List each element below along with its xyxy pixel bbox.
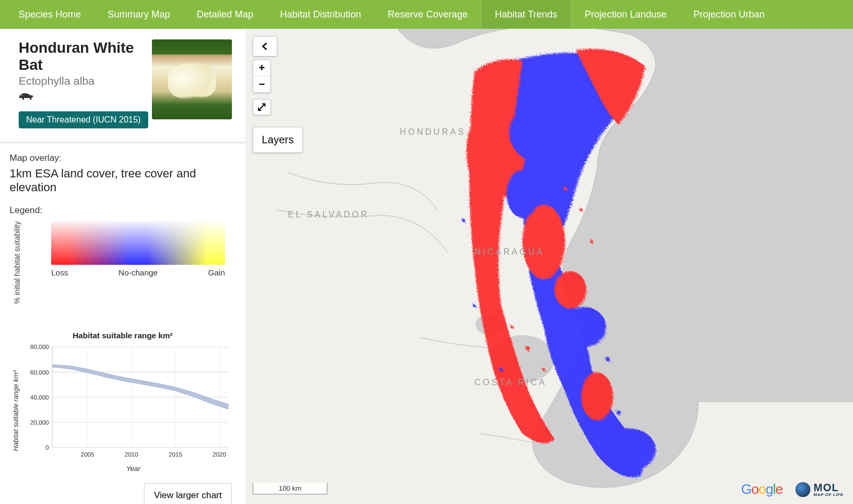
svg-text:80,000: 80,000 [30,344,49,350]
nav-detailed-map[interactable]: Detailed Map [183,0,267,29]
sidebar: Honduran White Bat Ectophylla alba Near … [0,29,245,504]
legend-tick-nochange: No-change [118,268,157,277]
mol-logo-subtext: MAP OF LIFE [814,493,843,497]
overlay-label: Map overlay: [10,153,236,164]
zoom-control: + − [253,60,271,93]
chart-svg: 020,00040,00060,00080,000200520102015202… [20,344,236,461]
mol-logo: MOL MAP OF LIFE [795,482,843,497]
svg-text:60,000: 60,000 [30,369,49,375]
svg-text:0: 0 [45,444,49,451]
top-nav: Species Home Summary Map Detailed Map Ha… [0,0,853,29]
globe-icon [795,482,810,497]
species-scientific-name: Ectophylla alba [19,75,152,87]
mol-logo-text: MOL [814,482,843,493]
nav-projection-urban[interactable]: Projection Urban [680,0,778,29]
map-attribution: Google MOL MAP OF LIFE [741,481,843,498]
google-logo: Google [741,481,783,498]
basemap [245,29,853,504]
legend-tick-gain: Gain [208,268,225,277]
map-scale-bar: 100 km [253,483,327,494]
chart-x-axis-label: Year [10,465,236,473]
nav-projection-landuse[interactable]: Projection Landuse [571,0,680,29]
svg-text:2005: 2005 [81,451,94,457]
zoom-in-button[interactable]: + [253,60,270,76]
chart-title: Habitat suitable range km² [10,331,236,340]
zoom-out-button[interactable]: − [253,76,270,92]
back-button[interactable] [253,36,277,56]
legend-label: Legend: [10,205,236,216]
fullscreen-button[interactable] [253,99,271,115]
svg-text:40,000: 40,000 [30,394,49,400]
nav-habitat-trends[interactable]: Habitat Trends [481,0,571,29]
species-photo [152,39,232,119]
legend-y-axis-label: % initial habitat suitability [10,221,25,304]
species-header: Honduran White Bat Ectophylla alba Near … [0,29,245,142]
chart-y-axis-label: Habitat suitable range km² [10,344,20,461]
svg-text:2015: 2015 [168,451,182,457]
svg-text:2020: 2020 [213,451,227,457]
svg-text:20,000: 20,000 [30,419,49,425]
iucn-status-badge[interactable]: Near Threatened (IUCN 2015) [19,111,148,128]
layers-button[interactable]: Layers [253,127,303,153]
legend-tick-loss: Loss [51,268,68,277]
nav-habitat-distribution[interactable]: Habitat Distribution [267,0,374,29]
map[interactable]: HONDURAS EL SALVADOR NICARAGUA COSTA RIC… [245,29,853,504]
view-larger-chart-button[interactable]: View larger chart [144,483,232,504]
svg-text:2010: 2010 [125,451,139,457]
nav-reserve-coverage[interactable]: Reserve Coverage [374,0,481,29]
nav-species-home[interactable]: Species Home [5,0,94,29]
svg-point-20 [490,335,554,383]
nav-summary-map[interactable]: Summary Map [94,0,183,29]
species-common-name: Honduran White Bat [19,39,152,74]
mammal-icon [19,92,152,104]
overlay-value: 1km ESA land cover, tree cover and eleva… [10,167,236,194]
svg-point-21 [476,314,505,335]
legend-gradient [51,221,225,265]
habitat-chart: Habitat suitable range km² Habitat suita… [0,315,245,478]
